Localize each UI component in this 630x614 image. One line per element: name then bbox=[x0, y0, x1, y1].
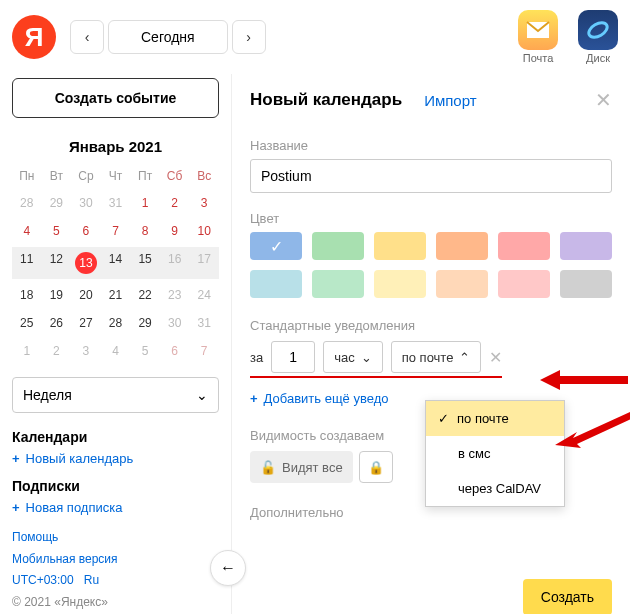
chevron-up-icon: ⌃ bbox=[459, 350, 470, 365]
panel-title: Новый календарь bbox=[250, 90, 402, 110]
disk-app[interactable]: Диск bbox=[578, 10, 618, 64]
color-swatch[interactable] bbox=[374, 232, 426, 260]
plus-icon: + bbox=[12, 451, 20, 466]
notif-unit-select[interactable]: час ⌄ bbox=[323, 341, 383, 373]
weekday-header: Пт bbox=[130, 165, 160, 187]
calendar-day[interactable]: 9 bbox=[160, 219, 190, 243]
delete-notif-icon[interactable]: ✕ bbox=[489, 348, 502, 367]
weekday-header: Чт bbox=[101, 165, 131, 187]
dropdown-option-sms[interactable]: в смс bbox=[426, 436, 564, 471]
notif-method-select[interactable]: по почте ⌃ bbox=[391, 341, 482, 373]
color-swatch[interactable] bbox=[436, 270, 488, 298]
calendar-day[interactable]: 22 bbox=[130, 283, 160, 307]
plus-icon: + bbox=[12, 500, 20, 515]
calendar-day[interactable]: 25 bbox=[12, 311, 42, 335]
calendar-day[interactable]: 26 bbox=[42, 311, 72, 335]
unlock-icon: 🔓 bbox=[260, 460, 276, 475]
calendar-day[interactable]: 27 bbox=[71, 311, 101, 335]
calendar-day[interactable]: 11 bbox=[12, 247, 42, 279]
calendar-day[interactable]: 1 bbox=[130, 191, 160, 215]
calendar-day[interactable]: 8 bbox=[130, 219, 160, 243]
calendar-day[interactable]: 29 bbox=[42, 191, 72, 215]
dropdown-option-caldav[interactable]: через CalDAV bbox=[426, 471, 564, 506]
timezone-link[interactable]: UTC+03:00 bbox=[12, 573, 74, 587]
color-swatch[interactable] bbox=[560, 232, 612, 260]
notif-method-dropdown[interactable]: ✓ по почте в смс через CalDAV bbox=[425, 400, 565, 507]
calendar-day[interactable]: 3 bbox=[189, 191, 219, 215]
visibility-private-button[interactable]: 🔒 bbox=[359, 451, 393, 483]
prev-button[interactable]: ‹ bbox=[70, 20, 104, 54]
color-swatch[interactable] bbox=[374, 270, 426, 298]
notif-label: Стандартные уведомления bbox=[250, 318, 612, 333]
subscriptions-heading: Подписки bbox=[12, 478, 219, 494]
calendar-day[interactable]: 19 bbox=[42, 283, 72, 307]
calendar-day[interactable]: 10 bbox=[189, 219, 219, 243]
import-tab[interactable]: Импорт bbox=[424, 92, 476, 109]
color-swatch[interactable] bbox=[560, 270, 612, 298]
calendar-day[interactable]: 7 bbox=[101, 219, 131, 243]
calendar-day[interactable]: 28 bbox=[12, 191, 42, 215]
calendar-day[interactable]: 4 bbox=[101, 339, 131, 363]
calendar-day[interactable]: 5 bbox=[130, 339, 160, 363]
calendar-day[interactable]: 4 bbox=[12, 219, 42, 243]
annotation-underline bbox=[250, 376, 502, 378]
calendar-day[interactable]: 2 bbox=[160, 191, 190, 215]
visibility-all-button[interactable]: 🔓 Видят все bbox=[250, 451, 353, 483]
notif-value-input[interactable] bbox=[271, 341, 315, 373]
calendar-day[interactable]: 3 bbox=[71, 339, 101, 363]
calendar-day[interactable]: 31 bbox=[189, 311, 219, 335]
calendar-day[interactable]: 17 bbox=[189, 247, 219, 279]
view-select[interactable]: Неделя ⌄ bbox=[12, 377, 219, 413]
calendar-day[interactable]: 23 bbox=[160, 283, 190, 307]
calendar-day[interactable]: 14 bbox=[101, 247, 131, 279]
mail-app[interactable]: Почта bbox=[518, 10, 558, 64]
mobile-link[interactable]: Мобильная версия bbox=[12, 549, 219, 571]
mail-icon bbox=[518, 10, 558, 50]
new-subscription-link[interactable]: + Новая подписка bbox=[12, 500, 219, 515]
calendar-day[interactable]: 24 bbox=[189, 283, 219, 307]
calendar-day[interactable]: 30 bbox=[71, 191, 101, 215]
dropdown-option-email[interactable]: ✓ по почте bbox=[426, 401, 564, 436]
help-link[interactable]: Помощь bbox=[12, 527, 219, 549]
color-swatch[interactable] bbox=[436, 232, 488, 260]
close-icon[interactable]: ✕ bbox=[595, 88, 612, 112]
calendar-day[interactable]: 31 bbox=[101, 191, 131, 215]
back-fab[interactable]: ← bbox=[210, 550, 246, 586]
today-button[interactable]: Сегодня bbox=[108, 20, 228, 54]
calendar-day[interactable]: 6 bbox=[160, 339, 190, 363]
color-label: Цвет bbox=[250, 211, 612, 226]
mail-label: Почта bbox=[523, 52, 554, 64]
name-label: Название bbox=[250, 138, 612, 153]
calendar-day[interactable]: 21 bbox=[101, 283, 131, 307]
calendar-day[interactable]: 16 bbox=[160, 247, 190, 279]
calendar-day[interactable]: 20 bbox=[71, 283, 101, 307]
mini-calendar[interactable]: ПнВтСрЧтПтСбВс28293031123456789101112131… bbox=[12, 165, 219, 363]
color-swatch[interactable]: ✓ bbox=[250, 232, 302, 260]
calendar-month-title: Январь 2021 bbox=[12, 138, 219, 155]
calendar-day[interactable]: 12 bbox=[42, 247, 72, 279]
calendar-day[interactable]: 7 bbox=[189, 339, 219, 363]
lang-link[interactable]: Ru bbox=[84, 573, 99, 587]
calendar-day[interactable]: 28 bbox=[101, 311, 131, 335]
calendar-day[interactable]: 1 bbox=[12, 339, 42, 363]
calendar-day[interactable]: 2 bbox=[42, 339, 72, 363]
calendar-day[interactable]: 13 bbox=[71, 247, 101, 279]
yandex-logo[interactable]: Я bbox=[12, 15, 56, 59]
color-swatch[interactable] bbox=[250, 270, 302, 298]
color-swatch[interactable] bbox=[312, 232, 364, 260]
disk-label: Диск bbox=[586, 52, 610, 64]
color-swatch[interactable] bbox=[498, 232, 550, 260]
create-button[interactable]: Создать bbox=[523, 579, 612, 614]
color-swatch[interactable] bbox=[498, 270, 550, 298]
calendar-day[interactable]: 6 bbox=[71, 219, 101, 243]
new-calendar-link[interactable]: + Новый календарь bbox=[12, 451, 219, 466]
calendar-day[interactable]: 15 bbox=[130, 247, 160, 279]
create-event-button[interactable]: Создать событие bbox=[12, 78, 219, 118]
next-button[interactable]: › bbox=[232, 20, 266, 54]
calendar-day[interactable]: 5 bbox=[42, 219, 72, 243]
calendar-day[interactable]: 30 bbox=[160, 311, 190, 335]
calendar-day[interactable]: 18 bbox=[12, 283, 42, 307]
name-input[interactable] bbox=[250, 159, 612, 193]
calendar-day[interactable]: 29 bbox=[130, 311, 160, 335]
color-swatch[interactable] bbox=[312, 270, 364, 298]
